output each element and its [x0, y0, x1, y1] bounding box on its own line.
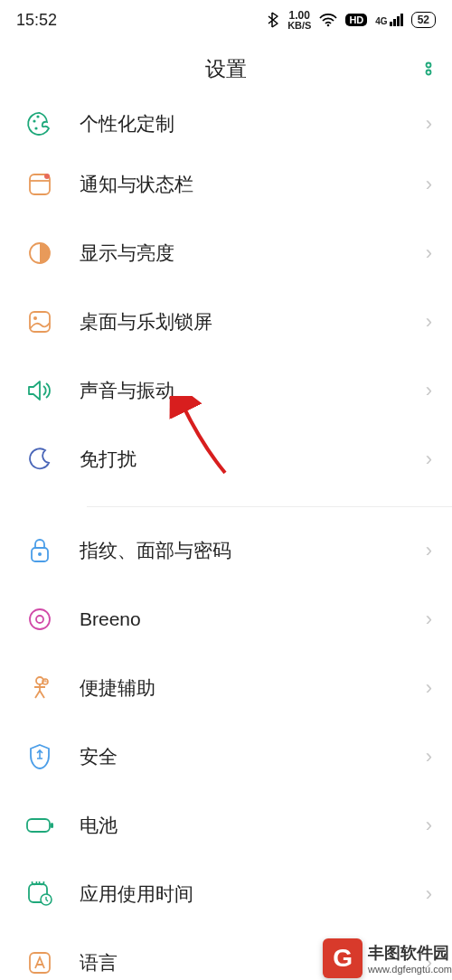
item-biometrics[interactable]: 指纹、面部与密码 › — [0, 516, 452, 585]
lockscreen-icon — [25, 307, 54, 336]
settings-list: 个性化定制 › 通知与状态栏 › 显示与亮度 › 桌面与乐划锁屏 › 声音与振动… — [0, 98, 452, 980]
divider — [87, 506, 452, 507]
page-title: 设置 — [205, 55, 247, 83]
item-label: 通知与状态栏 — [80, 172, 426, 197]
language-icon — [25, 948, 54, 977]
chevron-right-icon: › — [426, 448, 432, 471]
item-desktop-lock[interactable]: 桌面与乐划锁屏 › — [0, 287, 452, 356]
watermark-title: 丰图软件园 — [368, 942, 452, 964]
item-notifications[interactable]: 通知与状态栏 › — [0, 150, 452, 219]
chevron-right-icon: › — [426, 539, 432, 562]
status-time: 15:52 — [16, 11, 267, 30]
brightness-icon — [25, 239, 54, 268]
chevron-right-icon: › — [426, 814, 432, 837]
svg-point-2 — [427, 71, 431, 75]
item-sound-vibration[interactable]: 声音与振动 › — [0, 356, 452, 425]
status-bar: 15:52 1.00 KB/S HD 4G 52 — [0, 0, 452, 40]
svg-point-11 — [33, 316, 37, 320]
svg-point-5 — [34, 127, 37, 129]
chevron-right-icon: › — [426, 608, 432, 631]
item-battery[interactable]: 电池 › — [0, 791, 452, 860]
lock-icon — [25, 536, 54, 565]
battery-icon — [25, 811, 54, 840]
chevron-right-icon: › — [426, 173, 432, 196]
chevron-right-icon: › — [426, 379, 432, 402]
status-icons: 1.00 KB/S HD 4G 52 — [267, 10, 436, 31]
svg-point-8 — [44, 174, 50, 179]
bluetooth-icon — [267, 12, 279, 28]
moon-icon — [25, 445, 54, 474]
svg-point-0 — [327, 24, 330, 26]
item-accessibility[interactable]: 便捷辅助 › — [0, 654, 452, 722]
notification-bar-icon — [25, 170, 54, 199]
item-label: 便捷辅助 — [80, 675, 426, 701]
item-label: 电池 — [80, 813, 426, 838]
svg-point-22 — [40, 881, 44, 885]
data-rate-icon: 1.00 KB/S — [287, 10, 311, 31]
wifi-icon — [319, 14, 337, 27]
item-label: 声音与振动 — [80, 378, 426, 403]
chevron-right-icon: › — [426, 112, 432, 136]
item-label: 个性化定制 — [80, 111, 426, 137]
more-button[interactable] — [425, 59, 432, 79]
accessibility-icon — [25, 674, 54, 702]
item-label: 应用使用时间 — [80, 881, 426, 907]
svg-rect-10 — [30, 312, 50, 332]
watermark-url: www.dgfengtu.com — [368, 964, 452, 975]
item-label: 桌面与乐划锁屏 — [80, 309, 426, 335]
signal-icon: 4G — [375, 14, 402, 26]
palette-icon — [25, 109, 54, 138]
item-label: Breeno — [80, 608, 426, 630]
chevron-right-icon: › — [426, 676, 432, 700]
item-dnd[interactable]: 免打扰 › — [0, 425, 452, 494]
sound-icon — [25, 376, 54, 405]
item-label: 指纹、面部与密码 — [80, 538, 426, 563]
item-label: 安全 — [80, 744, 426, 769]
battery-icon: 52 — [411, 12, 436, 28]
watermark: G 丰图软件园 www.dgfengtu.com — [323, 938, 452, 980]
svg-point-3 — [33, 119, 35, 122]
chevron-right-icon: › — [426, 310, 432, 334]
svg-rect-19 — [51, 823, 53, 828]
svg-point-15 — [36, 616, 43, 623]
svg-rect-18 — [27, 819, 50, 832]
watermark-logo: G — [323, 938, 363, 978]
chevron-right-icon: › — [426, 882, 432, 906]
breeno-icon — [25, 605, 54, 634]
svg-point-14 — [30, 609, 50, 629]
item-label: 免打扰 — [80, 447, 426, 472]
item-display[interactable]: 显示与亮度 › — [0, 219, 452, 287]
item-label: 显示与亮度 — [80, 240, 426, 266]
item-breeno[interactable]: Breeno › — [0, 585, 452, 654]
shield-icon — [25, 742, 54, 771]
svg-point-13 — [38, 552, 42, 556]
item-security[interactable]: 安全 › — [0, 722, 452, 791]
item-app-usage[interactable]: 应用使用时间 › — [0, 860, 452, 928]
app-time-icon — [25, 880, 54, 909]
header: 设置 — [0, 40, 452, 98]
chevron-right-icon: › — [426, 745, 432, 768]
item-personalization[interactable]: 个性化定制 › — [0, 98, 452, 150]
hd-icon: HD — [345, 14, 367, 26]
svg-point-4 — [36, 115, 39, 118]
svg-point-1 — [427, 63, 431, 68]
svg-point-21 — [33, 881, 37, 885]
chevron-right-icon: › — [426, 241, 432, 265]
